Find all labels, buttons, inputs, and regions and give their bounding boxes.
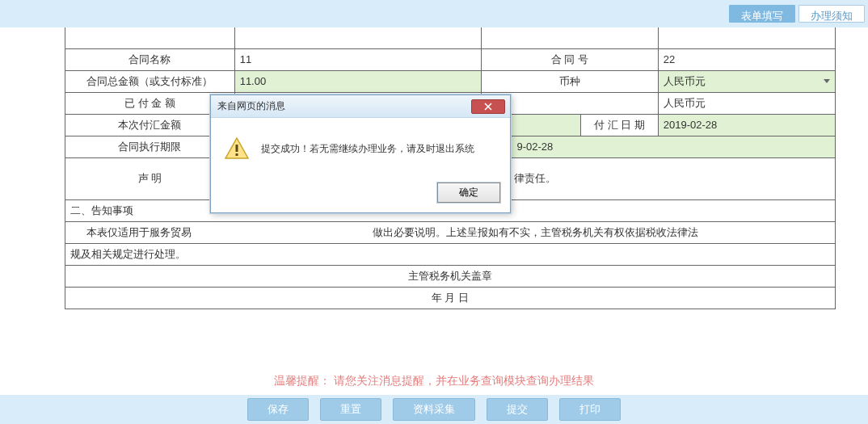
dialog-message: 提交成功！若无需继续办理业务，请及时退出系统 xyxy=(261,142,474,156)
save-button[interactable]: 保存 xyxy=(247,398,309,421)
label-contract-no: 合 同 号 xyxy=(481,48,658,70)
svg-rect-0 xyxy=(236,145,238,152)
bottom-toolbar: 保存 重置 资料采集 提交 打印 xyxy=(0,395,868,424)
reminder-body: 请您关注消息提醒，并在业务查询模块查询办理结果 xyxy=(334,374,594,387)
close-button[interactable] xyxy=(471,99,505,114)
close-icon xyxy=(484,103,492,111)
label-paid-amount: 已 付 金 额 xyxy=(65,92,235,114)
value-contract-no[interactable]: 22 xyxy=(658,48,835,70)
print-button[interactable]: 打印 xyxy=(559,398,621,421)
chevron-down-icon xyxy=(824,79,830,83)
label-contract-name: 合同名称 xyxy=(65,48,235,70)
label-declaration: 声 明 xyxy=(65,157,235,199)
label-total-amount: 合同总金额（或支付标准） xyxy=(65,70,235,92)
reminder-text: 温馨提醒： 请您关注消息提醒，并在业务查询模块查询办理结果 xyxy=(0,374,868,388)
alert-dialog: 来自网页的消息 提交成功！若无需继续办理业务，请及时退出系统 确定 xyxy=(210,94,511,213)
value-total-amount[interactable]: 11.00 xyxy=(234,70,481,92)
submit-button[interactable]: 提交 xyxy=(487,398,548,421)
dialog-title-text: 来自网页的消息 xyxy=(217,99,285,113)
top-tabs: 表单填写 办理须知 xyxy=(0,0,868,27)
dialog-footer: 确定 xyxy=(211,176,510,212)
collect-button[interactable]: 资料采集 xyxy=(393,398,475,421)
value-currency-2[interactable]: 人民币元 xyxy=(658,92,835,114)
reset-button[interactable]: 重置 xyxy=(320,398,381,421)
svg-rect-1 xyxy=(236,153,238,156)
seal-org: 主管税务机关盖章 xyxy=(65,265,836,287)
section-2-line2: 规及相关规定进行处理。 xyxy=(65,243,836,265)
currency-1-text: 人民币元 xyxy=(664,74,706,89)
tab-form-fill[interactable]: 表单填写 xyxy=(729,5,795,23)
dialog-titlebar: 来自网页的消息 xyxy=(211,95,510,118)
label-currency: 币种 xyxy=(481,70,658,92)
value-currency-1[interactable]: 人民币元 xyxy=(658,70,835,92)
value-contract-name[interactable]: 11 xyxy=(234,48,481,70)
section-2-line1: 本表仅适用于服务贸易 做出必要说明。上述呈报如有不实，主管税务机关有权依据税收法… xyxy=(65,221,836,243)
s2-l1-right: 做出必要说明。上述呈报如有不实，主管税务机关有权依据税收法律法 xyxy=(373,226,698,238)
seal-date: 年 月 日 xyxy=(65,287,836,309)
s2-l1-left: 本表仅适用于服务贸易 xyxy=(70,226,192,238)
label-remit-date: 付 汇 日 期 xyxy=(581,114,658,136)
dialog-body: 提交成功！若无需继续办理业务，请及时退出系统 xyxy=(211,118,510,176)
form-table-2: 规及相关规定进行处理。 主管税务机关盖章 年 月 日 xyxy=(65,243,836,309)
label-this-remit: 本次付汇金额 xyxy=(65,114,235,136)
label-exec-period: 合同执行期限 xyxy=(65,136,235,157)
value-remit-date[interactable]: 2019-02-28 xyxy=(658,114,835,136)
tab-guide[interactable]: 办理须知 xyxy=(798,5,865,23)
ok-button[interactable]: 确定 xyxy=(437,183,500,203)
warning-icon xyxy=(224,136,250,162)
reminder-label: 温馨提醒： xyxy=(274,374,331,387)
